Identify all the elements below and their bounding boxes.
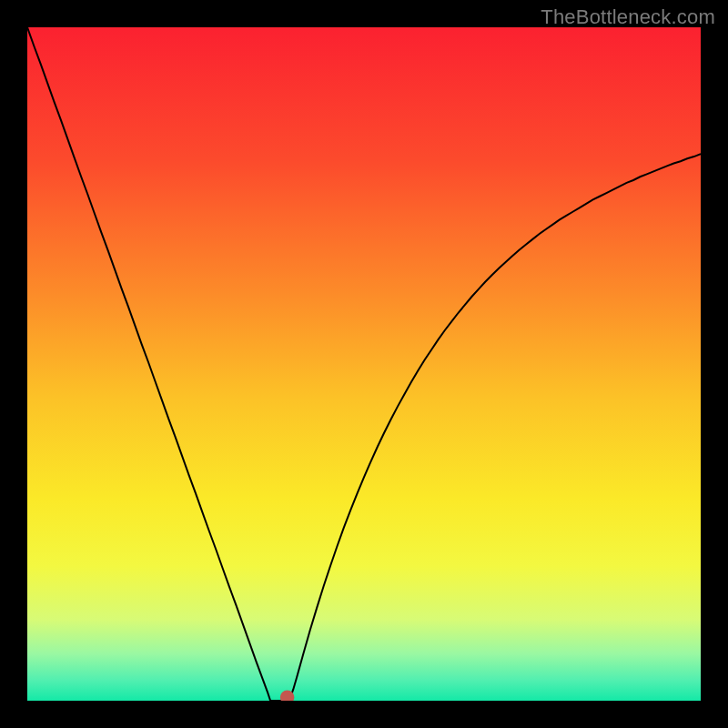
watermark-text: TheBottleneck.com bbox=[541, 5, 715, 29]
chart-svg bbox=[27, 27, 701, 701]
gradient-background bbox=[27, 27, 701, 701]
plot-area bbox=[27, 27, 701, 701]
chart-frame: TheBottleneck.com bbox=[0, 0, 728, 728]
